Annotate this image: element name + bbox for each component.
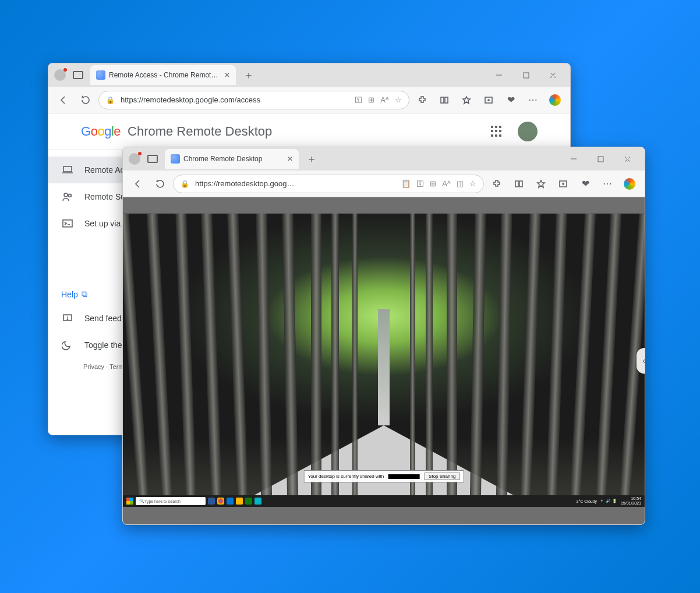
account-avatar[interactable]: [518, 122, 538, 141]
new-tab-button[interactable]: ＋: [305, 152, 319, 166]
window-controls: [486, 66, 565, 84]
new-tab-button[interactable]: ＋: [242, 68, 256, 82]
store-icon[interactable]: [245, 498, 252, 505]
minimize-button[interactable]: [561, 150, 586, 168]
app-header: Google Chrome Remote Desktop: [48, 113, 570, 150]
extensions-icon[interactable]: [487, 175, 506, 193]
read-aloud-icon[interactable]: Aᴬ: [380, 95, 389, 104]
collections-icon[interactable]: [554, 175, 572, 193]
maximize-button[interactable]: [513, 66, 539, 84]
svg-rect-5: [445, 97, 448, 103]
collections-icon[interactable]: [479, 91, 498, 109]
copilot-icon[interactable]: [620, 175, 639, 193]
help-label: Help: [61, 290, 78, 299]
favorites-icon[interactable]: [532, 175, 550, 193]
edge-icon[interactable]: [227, 498, 234, 505]
favicon-icon: [96, 70, 105, 80]
clipboard-icon[interactable]: 📋: [401, 179, 411, 188]
close-tab-icon[interactable]: ✕: [287, 155, 293, 163]
google-logo: Google: [81, 124, 121, 139]
svg-rect-1: [524, 73, 529, 78]
privacy-link[interactable]: Privacy: [83, 363, 104, 370]
weather-widget[interactable]: 2°C Cloudy: [577, 499, 597, 503]
favorite-icon[interactable]: ☆: [469, 179, 476, 188]
chrome-icon[interactable]: [217, 498, 224, 505]
svg-rect-24: [519, 181, 522, 187]
lock-icon: 🔒: [106, 96, 115, 104]
mail-icon[interactable]: [254, 498, 261, 505]
taskbar-search[interactable]: 🔍 Type here to search: [136, 497, 206, 505]
url-text: https://remotedesktop.goog…: [195, 179, 295, 188]
tab-overview-icon[interactable]: [147, 155, 158, 163]
close-window-button[interactable]: [614, 150, 640, 168]
share-message: Your desktop is currently shared with: [308, 474, 384, 479]
pinned-app-icon[interactable]: [208, 498, 215, 505]
clock-time[interactable]: 10:54: [631, 496, 641, 500]
minimize-button[interactable]: [486, 66, 512, 84]
svg-rect-23: [515, 181, 518, 187]
more-icon[interactable]: ⋯: [524, 91, 542, 109]
close-window-button[interactable]: [540, 66, 565, 84]
remote-desktop-view[interactable]: /* placeholder to keep structure minimal…: [123, 197, 645, 524]
options-panel-handle[interactable]: ‹: [637, 348, 645, 374]
svg-rect-4: [441, 97, 444, 103]
svg-point-12: [64, 193, 68, 197]
back-icon[interactable]: [129, 175, 147, 193]
people-icon: [61, 190, 74, 203]
tab-strip: Remote Access - Chrome Remote… ✕ ＋: [48, 63, 570, 87]
redacted-user: [388, 474, 420, 479]
password-icon[interactable]: ⚿: [416, 179, 424, 188]
explorer-icon[interactable]: [236, 498, 243, 505]
svg-rect-20: [598, 157, 603, 162]
tab-strip: Chrome Remote Desktop ✕ ＋: [123, 147, 645, 171]
profile-avatar-icon[interactable]: [129, 153, 140, 165]
back-icon[interactable]: [54, 91, 73, 109]
stop-sharing-button[interactable]: Stop Sharing: [425, 473, 459, 480]
clock-date[interactable]: 15/01/2023: [621, 501, 641, 505]
browser-window-front: Chrome Remote Desktop ✕ ＋ 🔒 https://remo…: [122, 147, 645, 525]
copilot-icon[interactable]: [546, 91, 564, 109]
start-button[interactable]: [126, 498, 133, 505]
addon-icon[interactable]: ⊞: [368, 95, 374, 104]
address-bar[interactable]: 🔒 https://remotedesktop.google.com/acces…: [98, 91, 409, 109]
svg-rect-14: [63, 220, 72, 227]
tab-title: Remote Access - Chrome Remote…: [109, 71, 221, 79]
profile-avatar-icon[interactable]: [54, 69, 66, 81]
app-title: Chrome Remote Desktop: [128, 124, 272, 139]
browser-toolbar: 🔒 https://remotedesktop.goog… 📋 ⚿ ⊞ Aᴬ ◫…: [123, 171, 645, 197]
split-screen-icon[interactable]: [435, 91, 454, 109]
close-tab-icon[interactable]: ✕: [224, 71, 230, 79]
tab-title: Chrome Remote Desktop: [183, 155, 284, 163]
split-screen-icon[interactable]: [510, 175, 528, 193]
refresh-icon[interactable]: [151, 175, 169, 193]
browser-tab[interactable]: Chrome Remote Desktop ✕: [165, 149, 299, 169]
remote-screen[interactable]: /* placeholder to keep structure minimal…: [123, 214, 645, 507]
tray-icons[interactable]: ᯤ 🔊 🔋: [600, 499, 617, 503]
more-icon[interactable]: ⋯: [598, 175, 617, 193]
omnibox-actions: 📋 ⚿ ⊞ Aᴬ ◫ ☆: [401, 179, 476, 188]
translate-icon[interactable]: ◫: [457, 179, 464, 188]
sharing-notification: Your desktop is currently shared with St…: [304, 470, 464, 482]
performance-icon[interactable]: ❤︎: [501, 91, 520, 109]
url-text: https://remotedesktop.google.com/access: [121, 95, 260, 104]
addon-icon[interactable]: ⊞: [430, 179, 436, 188]
tab-overview-icon[interactable]: [73, 71, 83, 79]
maximize-button[interactable]: [588, 150, 613, 168]
browser-tab[interactable]: Remote Access - Chrome Remote… ✕: [90, 65, 236, 85]
remote-taskbar[interactable]: 🔍 Type here to search 2°C Cloudy ᯤ 🔊 🔋 1…: [123, 495, 645, 507]
favorites-icon[interactable]: [457, 91, 476, 109]
address-bar[interactable]: 🔒 https://remotedesktop.goog… 📋 ⚿ ⊞ Aᴬ ◫…: [173, 175, 484, 193]
laptop-icon: [61, 164, 74, 176]
google-apps-icon[interactable]: [491, 126, 503, 137]
terminal-icon: [61, 217, 74, 230]
password-icon[interactable]: ⚿: [355, 95, 362, 104]
favicon-icon: [171, 154, 180, 164]
svg-marker-6: [463, 97, 470, 104]
system-tray[interactable]: 2°C Cloudy ᯤ 🔊 🔋 10:54 15/01/2023: [577, 496, 641, 506]
performance-icon[interactable]: ❤︎: [576, 175, 595, 193]
favorite-icon[interactable]: ☆: [395, 95, 402, 104]
refresh-icon[interactable]: [76, 91, 95, 109]
extensions-icon[interactable]: [413, 91, 432, 109]
browser-toolbar: 🔒 https://remotedesktop.google.com/acces…: [48, 87, 570, 113]
read-aloud-icon[interactable]: Aᴬ: [442, 179, 451, 188]
